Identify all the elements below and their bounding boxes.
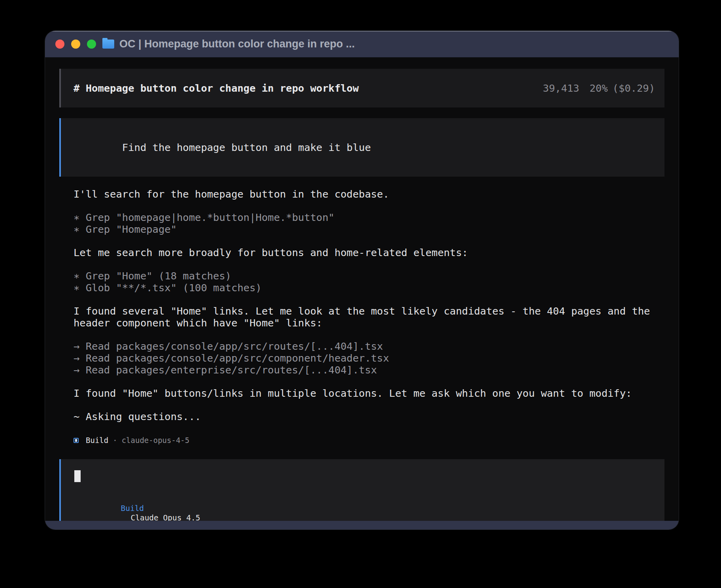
agent-name: Build bbox=[86, 436, 108, 445]
tool-call-line: → Read packages/console/app/src/componen… bbox=[74, 352, 664, 364]
assistant-text-line: Let me search more broadly for buttons a… bbox=[74, 247, 664, 258]
context-percentage: 20% bbox=[589, 82, 608, 94]
agent-separator: · bbox=[113, 436, 117, 445]
terminal-window: OC | Homepage button color change in rep… bbox=[45, 31, 679, 530]
assistant-text-group: ~ Asking questions... bbox=[59, 411, 664, 422]
minimize-button[interactable] bbox=[71, 40, 80, 49]
session-stats: 39,41320%($0.29) bbox=[543, 82, 655, 94]
assistant-text-line: I found "Home" buttons/links in multiple… bbox=[74, 387, 664, 399]
prompt-input[interactable]: Build Claude Opus 4.5 OpenCode Zen bbox=[59, 459, 664, 521]
tool-call-group: ∗ Grep "homepage|home.*button|Home.*butt… bbox=[59, 211, 664, 235]
assistant-text-line: ~ Asking questions... bbox=[74, 411, 664, 422]
assistant-text-group: Let me search more broadly for buttons a… bbox=[59, 247, 664, 258]
agent-status-row: Build · claude-opus-4-5 bbox=[59, 436, 664, 445]
input-agent: Build bbox=[121, 504, 144, 513]
close-button[interactable] bbox=[55, 40, 64, 49]
tool-call-line: ∗ Grep "Home" (18 matches) bbox=[74, 270, 664, 282]
assistant-text-group: I found "Home" buttons/links in multiple… bbox=[59, 387, 664, 399]
user-message: Find the homepage button and make it blu… bbox=[59, 118, 664, 177]
assistant-text-line: I'll search for the homepage button in t… bbox=[74, 188, 664, 200]
tool-call-line: → Read packages/enterprise/src/routes/[.… bbox=[74, 364, 664, 376]
tool-call-line: ∗ Grep "homepage|home.*button|Home.*butt… bbox=[74, 211, 664, 223]
window-title: OC | Homepage button color change in rep… bbox=[119, 38, 355, 50]
tool-call-line: → Read packages/console/app/src/routes/[… bbox=[74, 340, 664, 352]
desktop-background: OC | Homepage button color change in rep… bbox=[0, 0, 721, 588]
session-header: # Homepage button color change in repo w… bbox=[59, 69, 664, 107]
agent-badge-icon bbox=[74, 438, 79, 443]
tool-call-line: ∗ Glob "**/*.tsx" (100 matches) bbox=[74, 282, 664, 294]
terminal-body[interactable]: # Homepage button color change in repo w… bbox=[45, 57, 679, 521]
input-model: Claude Opus 4.5 bbox=[130, 513, 200, 521]
assistant-text-line: header component which have "Home" links… bbox=[74, 317, 664, 329]
tool-call-group: → Read packages/console/app/src/routes/[… bbox=[59, 340, 664, 376]
session-title: # Homepage button color change in repo w… bbox=[74, 82, 359, 94]
conversation: I'll search for the homepage button in t… bbox=[59, 188, 664, 422]
tool-call-group: ∗ Grep "Home" (18 matches)∗ Glob "**/*.t… bbox=[59, 270, 664, 294]
window-footer bbox=[45, 521, 679, 530]
session-cost: ($0.29) bbox=[613, 82, 655, 94]
zoom-button[interactable] bbox=[87, 40, 96, 49]
folder-icon bbox=[102, 40, 114, 49]
assistant-text-group: I'll search for the homepage button in t… bbox=[59, 188, 664, 200]
traffic-lights bbox=[55, 40, 96, 49]
input-model-row: Build Claude Opus 4.5 OpenCode Zen bbox=[74, 494, 655, 521]
assistant-text-line: I found several "Home" links. Let me loo… bbox=[74, 305, 664, 317]
user-message-text: Find the homepage button and make it blu… bbox=[122, 141, 371, 153]
token-count: 39,413 bbox=[543, 82, 579, 94]
text-cursor bbox=[74, 470, 81, 482]
assistant-text-group: I found several "Home" links. Let me loo… bbox=[59, 305, 664, 329]
agent-model: claude-opus-4-5 bbox=[122, 436, 190, 445]
window-titlebar[interactable]: OC | Homepage button color change in rep… bbox=[45, 31, 679, 57]
tool-call-line: ∗ Grep "Homepage" bbox=[74, 223, 664, 235]
